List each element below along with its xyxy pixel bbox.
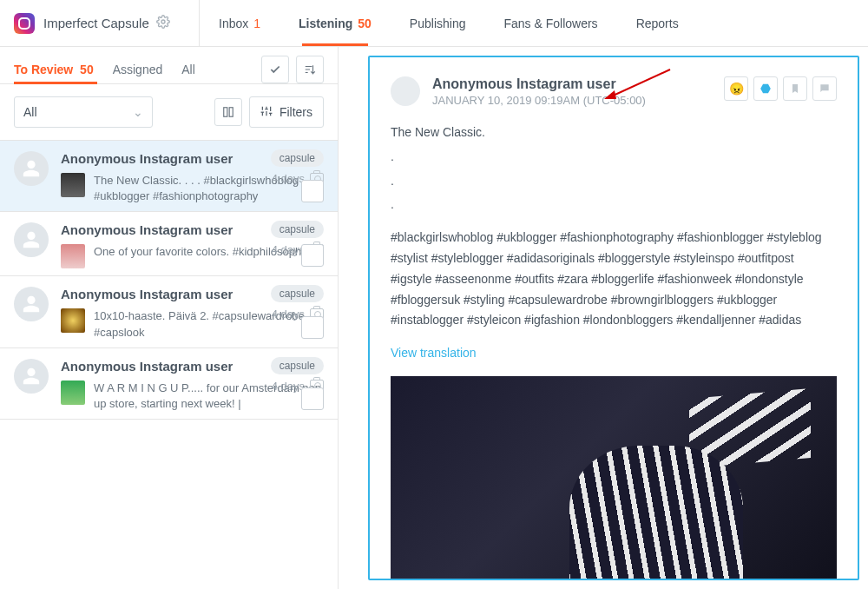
avatar-icon [14,287,49,321]
feed-card[interactable]: capsule Anonymous Instagram user W A R M… [0,348,338,420]
nav-listening[interactable]: Listening50 [279,0,391,46]
feed-tag[interactable]: capsule [271,285,324,302]
svg-point-0 [161,20,165,23]
post-thumbnail [61,308,85,333]
svg-marker-13 [604,90,616,99]
mark-reviewed-checkbox[interactable] [301,316,324,339]
svg-rect-2 [229,108,233,117]
mark-reviewed-checkbox[interactable] [301,180,324,202]
post-thumbnail [61,381,85,405]
nav-label: Inbox [219,17,248,30]
sentiment-button[interactable]: 😠 [724,76,748,101]
feed-card[interactable]: capsule Anonymous Instagram user 10x10-h… [0,276,338,347]
subtab-assigned[interactable]: Assigned [113,56,163,83]
feed-tag[interactable]: capsule [271,221,324,238]
top-nav: Inbox1 Listening50 Publishing Fans & Fol… [200,0,698,46]
nav-reports[interactable]: Reports [617,0,698,46]
detail-text-line: The New Classic. [391,122,837,143]
detail-post-image[interactable] [391,376,837,580]
app-header: Imperfect Capsule Inbox1 Listening50 Pub… [0,0,868,47]
detail-text-line: . [391,171,837,192]
filter-dropdown[interactable]: All ⌄ [14,96,153,128]
post-thumbnail [61,173,85,197]
nav-count: 50 [358,17,372,30]
avatar-icon [14,359,49,394]
subtab-bar: To Review 50 Assigned All [0,47,338,83]
tag-button[interactable] [753,76,778,101]
comment-button[interactable] [812,76,837,101]
feed-age: 4 days [272,380,305,393]
feed-age: 4 days [272,308,305,321]
subtab-all[interactable]: All [181,56,195,83]
nav-count: 1 [253,17,260,30]
instagram-logo-icon [14,13,35,34]
sliders-icon [260,105,273,120]
mark-reviewed-checkbox[interactable] [301,244,324,267]
detail-body: The New Classic. . . . #blackgirlswhoblo… [391,122,837,364]
post-thumbnail [61,244,85,268]
feed-card[interactable]: capsule Anonymous Instagram user The New… [0,141,338,212]
feed-tag[interactable]: capsule [271,149,324,167]
nav-publishing[interactable]: Publishing [391,0,485,46]
feed-card[interactable]: capsule Anonymous Instagram user One of … [0,212,338,276]
view-translation-link[interactable]: View translation [391,343,477,364]
nav-label: Reports [636,17,679,30]
filter-row: All ⌄ Filters [0,84,338,140]
svg-rect-1 [224,108,227,117]
avatar-icon [14,151,49,186]
avatar-icon [14,222,49,257]
feed-tag[interactable]: capsule [271,357,324,374]
chevron-down-icon: ⌄ [133,105,143,119]
bookmark-button[interactable] [783,76,807,101]
nav-label: Publishing [410,17,466,30]
subtab-to-review[interactable]: To Review 50 [14,56,94,83]
nav-label: Fans & Followers [503,17,597,30]
left-panel: To Review 50 Assigned All All ⌄ Filters [0,47,339,589]
detail-panel: Anonymous Instagram user JANUARY 10, 201… [368,56,859,580]
sort-button[interactable] [296,56,324,83]
feed-age: 4 days [272,172,305,185]
detail-avatar [391,76,420,106]
svg-line-12 [609,69,670,97]
detail-hashtags: #blackgirlswhoblog #ukblogger #fashionph… [391,228,837,331]
nav-fans-followers[interactable]: Fans & Followers [484,0,616,46]
filters-button[interactable]: Filters [249,96,324,128]
feed-age: 4 days [272,243,305,256]
gear-icon[interactable] [156,15,170,31]
mark-reviewed-checkbox[interactable] [301,387,324,410]
nav-label: Listening [299,17,352,30]
detail-text-line: . [391,147,837,168]
brand-area: Imperfect Capsule [0,0,200,46]
feed-list[interactable]: capsule Anonymous Instagram user The New… [0,141,338,589]
account-name[interactable]: Imperfect Capsule [43,16,149,30]
column-view-button[interactable] [214,98,242,126]
annotation-arrow [602,68,672,103]
detail-panel-container: Anonymous Instagram user JANUARY 10, 201… [339,47,868,589]
check-all-button[interactable] [261,56,289,83]
nav-inbox[interactable]: Inbox1 [200,0,279,46]
detail-text-line: . [391,195,837,215]
